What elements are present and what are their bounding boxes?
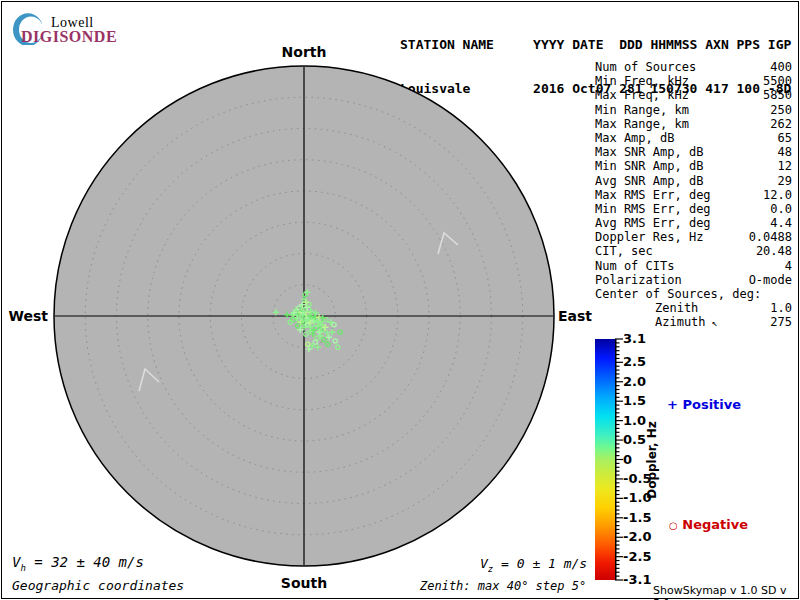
app-frame: Lowell DIGISONDE STATION NAME YYYY DATE … (1, 1, 799, 599)
param-label: Zenith (655, 301, 698, 315)
param-label: Min RMS Err, deg (595, 202, 711, 216)
vertical-velocity-readout: Vz = 0 ± 1 m/s (480, 556, 587, 574)
logo-text-digisonde: DIGISONDE (21, 28, 117, 46)
colorbar-tick-label: -3.1 (623, 572, 651, 587)
colorbar-tick-label: 0.5 (623, 432, 646, 447)
parameter-list: Num of Sources400Min Freq, kHz5500Max Fr… (595, 60, 792, 330)
software-version: ShowSkymap v 1.0 SD v 5.1 (653, 584, 798, 600)
param-value: 250 (770, 103, 792, 117)
param-value: 29 (778, 174, 792, 188)
param-value: 12.0 (763, 188, 792, 202)
colorbar-tick-label: 2.0 (623, 374, 646, 389)
zenith-scale-info: Zenith: max 40° step 5° (420, 579, 586, 593)
param-row: Avg RMS Err, deg4.4 (595, 216, 792, 230)
colorbar-tick-label: 1.0 (623, 413, 646, 428)
param-value: 4 (785, 259, 792, 273)
param-label: Num of CITs (595, 259, 674, 273)
param-row: PolarizationO-mode (595, 273, 792, 287)
param-value: 5850 (763, 88, 792, 102)
param-label: Doppler Res, Hz (595, 230, 703, 244)
param-row: Max Freq, kHz5850 (595, 88, 792, 102)
legend-negative-label: Negative (682, 517, 748, 532)
skymap-plot (50, 62, 558, 570)
lowell-digisonde-logo: Lowell DIGISONDE (2, 2, 132, 52)
colorbar-tick-label: -2.0 (623, 529, 651, 544)
param-label: Max RMS Err, deg (595, 188, 711, 202)
colorbar-tick-label: -2.5 (623, 549, 651, 564)
param-label: Num of Sources (595, 60, 696, 74)
colorbar-tick-label: 3.1 (623, 331, 646, 346)
param-row: Max Amp, dB65 (595, 131, 792, 145)
param-value: 4.4 (770, 216, 792, 230)
azimuth-direction-arrow-icon: ↖ (706, 317, 718, 328)
param-row: Center of Sources, deg: (595, 287, 792, 301)
param-label: Max Amp, dB (595, 131, 674, 145)
param-label: Azimuth ↖ (655, 315, 718, 329)
param-row: Max Range, km262 (595, 117, 792, 131)
legend-negative: ○ Negative (669, 517, 748, 532)
param-value: 20.48 (756, 244, 792, 258)
param-row: Avg SNR Amp, dB29 (595, 174, 792, 188)
param-label: Min Freq, kHz (595, 74, 689, 88)
colorbar-axis-label: Doppler, Hz (645, 421, 659, 499)
compass-label-south: South (254, 575, 354, 591)
param-value: 0.0 (770, 202, 792, 216)
param-label: Avg SNR Amp, dB (595, 174, 703, 188)
param-row: Zenith1.0 (595, 301, 792, 315)
param-label: Center of Sources, deg: (595, 287, 761, 301)
param-row: Min Range, km250 (595, 103, 792, 117)
param-value: 275 (770, 315, 792, 329)
colorbar-tick-label: -1.5 (623, 510, 651, 525)
param-row: Min Freq, kHz5500 (595, 74, 792, 88)
colorbar-tick-label: 0 (623, 452, 632, 467)
coordinate-system-label: Geographic coordinates (12, 578, 184, 593)
compass-label-west: West (8, 308, 48, 324)
param-label: Max SNR Amp, dB (595, 145, 703, 159)
param-value: 262 (770, 117, 792, 131)
doppler-colorbar (595, 339, 615, 580)
param-row: CIT, sec20.48 (595, 244, 792, 258)
param-row: Max RMS Err, deg12.0 (595, 188, 792, 202)
param-value: 48 (778, 145, 792, 159)
param-row: Num of Sources400 (595, 60, 792, 74)
compass-label-north: North (254, 44, 354, 60)
param-label: Avg RMS Err, deg (595, 216, 711, 230)
param-value: 5500 (763, 74, 792, 88)
legend-positive-label: Positive (682, 397, 741, 412)
param-row: Min SNR Amp, dB12 (595, 159, 792, 173)
param-label: Max Freq, kHz (595, 88, 689, 102)
param-label: CIT, sec (595, 244, 653, 258)
param-value: 1.0 (770, 301, 792, 315)
legend-positive: + Positive (667, 397, 741, 412)
param-label: Min SNR Amp, dB (595, 159, 703, 173)
param-row: Min RMS Err, deg0.0 (595, 202, 792, 216)
positive-marker-icon: + (667, 397, 678, 412)
vh-value: = 32 ± 40 m/s (26, 554, 144, 570)
param-value: 0.0488 (749, 230, 792, 244)
param-label: Min Range, km (595, 103, 689, 117)
param-value: 65 (778, 131, 792, 145)
vz-value: = 0 ± 1 m/s (493, 556, 587, 571)
param-label: Max Range, km (595, 117, 689, 131)
colorbar-tick-label: 1.5 (623, 393, 646, 408)
colorbar-tick-label: 2.5 (623, 354, 646, 369)
param-value: O-mode (749, 273, 792, 287)
header-columns-row: STATION NAME YYYY DATE DDD HHMMSS AXN PP… (400, 38, 791, 53)
horizontal-velocity-readout: Vh = 32 ± 40 m/s (12, 554, 144, 573)
param-value: 400 (770, 60, 792, 74)
param-row: Doppler Res, Hz0.0488 (595, 230, 792, 244)
param-label: Polarization (595, 273, 682, 287)
param-row: Num of CITs4 (595, 259, 792, 273)
param-value: 12 (778, 159, 792, 173)
param-row: Max SNR Amp, dB48 (595, 145, 792, 159)
negative-marker-icon: ○ (669, 520, 678, 531)
vz-symbol: V (480, 556, 488, 571)
param-row: Azimuth ↖275 (595, 315, 792, 329)
